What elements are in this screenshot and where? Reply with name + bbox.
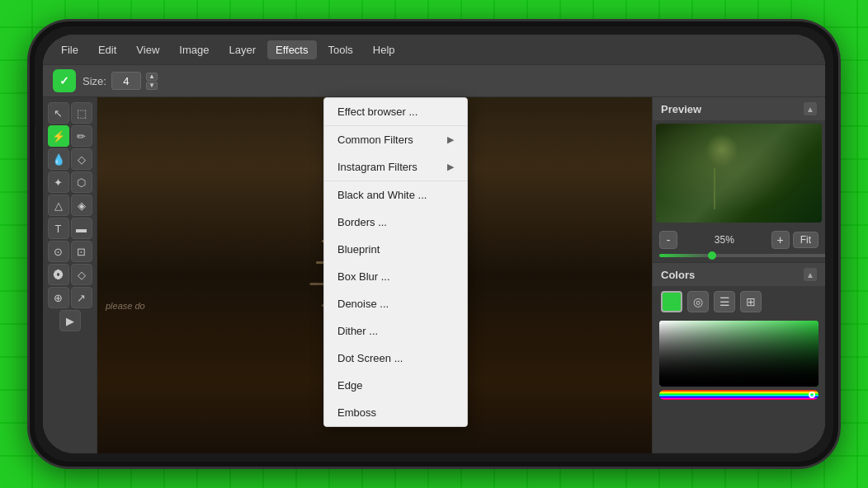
marquee-tool-btn[interactable]: ⬚ [71, 102, 92, 124]
menu-instagram-filters[interactable]: Instagram Filters ▶ [324, 153, 467, 181]
hue-indicator [809, 392, 815, 398]
tool-row-10: ▶ [59, 310, 81, 331]
color-palette-btn[interactable]: ⊞ [740, 291, 762, 312]
select-tool-btn[interactable]: ↖ [48, 102, 69, 124]
menubar: File Edit View Image Layer Effects Tools… [43, 35, 825, 64]
menu-dither[interactable]: Dither ... [324, 317, 467, 345]
preview-box [656, 124, 822, 223]
menu-black-white[interactable]: Black and White ... [324, 181, 467, 209]
menu-blueprint[interactable]: Blueprint [324, 236, 467, 263]
color-swatch[interactable] [661, 291, 682, 312]
tool-row-5: △ ◈ [48, 195, 92, 216]
menu-common-filters[interactable]: Common Filters ▶ [324, 126, 467, 153]
size-up-btn[interactable]: ▲ [146, 73, 158, 81]
menu-dot-screen[interactable]: Dot Screen ... [324, 345, 467, 372]
blur-tool-btn[interactable]: ⊕ [48, 287, 69, 308]
size-label: Size: [83, 75, 106, 87]
menu-borders[interactable]: Borders ... [324, 209, 467, 236]
heal-tool-btn[interactable]: ⬡ [71, 171, 92, 193]
menu-denoise[interactable]: Denoise ... [324, 290, 467, 317]
eyedropper-tool-btn[interactable]: 💧 [48, 148, 69, 170]
size-control: Size: ▲ ▼ [83, 72, 158, 90]
diamond2-tool-btn[interactable]: ◇ [71, 264, 92, 285]
arrow-icon-2: ▶ [447, 162, 454, 172]
preview-spine [714, 168, 715, 209]
preview-skull [705, 134, 738, 167]
zoom-fit-btn[interactable]: Fit [793, 232, 818, 248]
menu-effects[interactable]: Effects [267, 40, 317, 59]
menu-tools[interactable]: Tools [320, 40, 361, 59]
tool-row-4: ✦ ⬡ [48, 171, 92, 193]
eraser-tool-btn[interactable]: ◇ [71, 148, 92, 170]
tool-row-7: ⊙ ⊡ [48, 241, 92, 262]
menu-emboss[interactable]: Emboss [324, 399, 467, 426]
menu-box-blur[interactable]: Box Blur ... [324, 263, 467, 290]
zoom-minus-btn[interactable]: - [659, 231, 677, 249]
menu-effect-browser[interactable]: Effect browser ... [324, 98, 467, 125]
sparkle-tool-btn[interactable]: ✦ [48, 171, 69, 193]
tool-row-3: 💧 ◇ [48, 148, 92, 170]
tool-row-6: T ▬ [48, 218, 92, 239]
menu-help[interactable]: Help [365, 40, 403, 59]
zoom-slider-thumb [708, 251, 716, 260]
preview-title: Preview [661, 103, 701, 115]
arrow-icon-1: ▶ [447, 134, 454, 145]
menu-view[interactable]: View [128, 40, 167, 59]
preview-image [656, 124, 822, 223]
color-sliders-btn[interactable]: ☰ [714, 291, 735, 312]
wand-tool-btn[interactable]: ⚡ [48, 125, 69, 147]
color-wheel-btn[interactable]: ◎ [687, 291, 709, 312]
app-logo: ✓ [53, 69, 76, 92]
colors-header: Colors ▲ [653, 263, 825, 286]
preview-collapse-btn[interactable]: ▲ [804, 102, 817, 115]
menu-file[interactable]: File [53, 40, 87, 59]
size-down-btn[interactable]: ▼ [146, 82, 158, 90]
text-tool-btn[interactable]: T [48, 218, 69, 239]
rect-select-btn[interactable]: ▬ [71, 218, 92, 239]
zoom-value: 35% [681, 234, 768, 246]
preview-section: Preview ▲ - 35% + Fit [653, 97, 825, 263]
zoom-plus-btn[interactable]: + [771, 231, 790, 249]
phone-side-button [32, 125, 35, 158]
preview-header: Preview ▲ [653, 97, 825, 120]
colors-collapse-btn[interactable]: ▲ [804, 268, 817, 281]
tool-row-8: 🞉 ◇ [48, 264, 92, 285]
play-tool-btn[interactable]: ▶ [59, 310, 81, 331]
bucket-tool-btn[interactable]: 🞉 [48, 264, 69, 285]
colors-title: Colors [661, 269, 695, 281]
size-input[interactable] [111, 72, 141, 90]
color-gradient-picker[interactable] [659, 321, 818, 387]
menu-edit[interactable]: Edit [90, 40, 125, 59]
menu-edge[interactable]: Edge [324, 372, 467, 399]
canvas-text-overlay: please do [106, 301, 145, 311]
crop-tool-btn[interactable]: ⊡ [71, 241, 92, 262]
arrow-tool-btn[interactable]: ↗ [71, 287, 92, 308]
phone-frame: File Edit View Image Layer Effects Tools… [30, 21, 838, 467]
effects-dropdown-menu: Effect browser ... Common Filters ▶ Inst… [323, 97, 468, 427]
fill-tool-btn[interactable]: △ [48, 195, 69, 216]
tool-row-2: ⚡ ✏ [48, 125, 92, 147]
zoom-controls: - 35% + Fit [653, 226, 825, 254]
size-spinners: ▲ ▼ [146, 73, 158, 90]
pencil-tool-btn[interactable]: ✏ [71, 125, 92, 147]
phone-screen: File Edit View Image Layer Effects Tools… [43, 35, 825, 453]
tool-row-1: ↖ ⬚ [48, 102, 92, 124]
stamp-tool-btn[interactable]: ⊙ [48, 241, 69, 262]
zoom-slider[interactable] [659, 254, 825, 257]
toolbar: ✓ Size: ▲ ▼ [43, 64, 825, 97]
tools-panel: ↖ ⬚ ⚡ ✏ 💧 ◇ ✦ ⬡ △ ◈ [43, 97, 97, 453]
colors-section: Colors ▲ ◎ ☰ ⊞ [653, 263, 825, 453]
diamond-tool-btn[interactable]: ◈ [71, 195, 92, 216]
colors-tools: ◎ ☰ ⊞ [653, 286, 825, 317]
hue-slider[interactable] [659, 390, 818, 400]
menu-image[interactable]: Image [171, 40, 217, 59]
right-panel: Preview ▲ - 35% + Fit [652, 97, 825, 453]
menu-layer[interactable]: Layer [220, 40, 264, 59]
tool-row-9: ⊕ ↗ [48, 287, 92, 308]
